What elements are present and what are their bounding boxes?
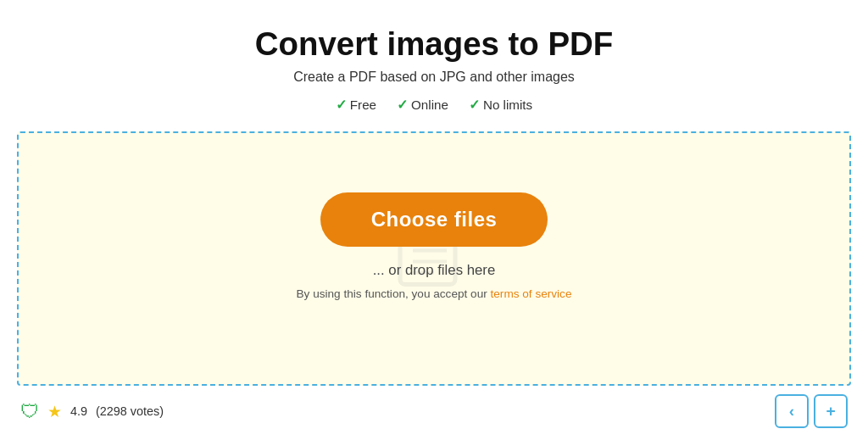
tos-text: By using this function, you accept our t… xyxy=(297,287,572,300)
feature-free-label: Free xyxy=(350,97,376,112)
nav-back-button[interactable]: ‹ xyxy=(775,394,809,428)
nav-area: ‹ + xyxy=(775,394,848,428)
choose-files-button[interactable]: Choose files xyxy=(320,192,548,247)
tos-link[interactable]: terms of service xyxy=(491,287,572,300)
features-row: ✓ Free ✓ Online ✓ No limits xyxy=(336,97,532,113)
drop-hint-text: ... or drop files here xyxy=(373,262,496,279)
page-title: Convert images to PDF xyxy=(255,25,613,63)
check-icon-nolimits: ✓ xyxy=(469,97,480,113)
tos-prefix: By using this function, you accept our xyxy=(297,287,491,300)
page-subtitle: Create a PDF based on JPG and other imag… xyxy=(293,70,575,85)
check-icon-online: ✓ xyxy=(397,97,408,113)
rating-votes: (2298 votes) xyxy=(96,404,164,418)
bottom-bar: 🛡 ★ 4.9 (2298 votes) ‹ + xyxy=(17,394,851,428)
feature-nolimits-label: No limits xyxy=(483,97,532,112)
feature-nolimits: ✓ No limits xyxy=(469,97,532,113)
rating-score: 4.9 xyxy=(70,404,87,418)
nav-add-button[interactable]: + xyxy=(814,394,848,428)
drop-zone[interactable]: Choose files ... or drop files here By u… xyxy=(17,131,851,386)
shield-icon: 🛡 xyxy=(20,400,39,423)
rating-area: 🛡 ★ 4.9 (2298 votes) xyxy=(20,400,164,423)
feature-online: ✓ Online xyxy=(397,97,448,113)
feature-online-label: Online xyxy=(411,97,448,112)
star-icon: ★ xyxy=(47,402,62,421)
feature-free: ✓ Free xyxy=(336,97,376,113)
check-icon-free: ✓ xyxy=(336,97,347,113)
